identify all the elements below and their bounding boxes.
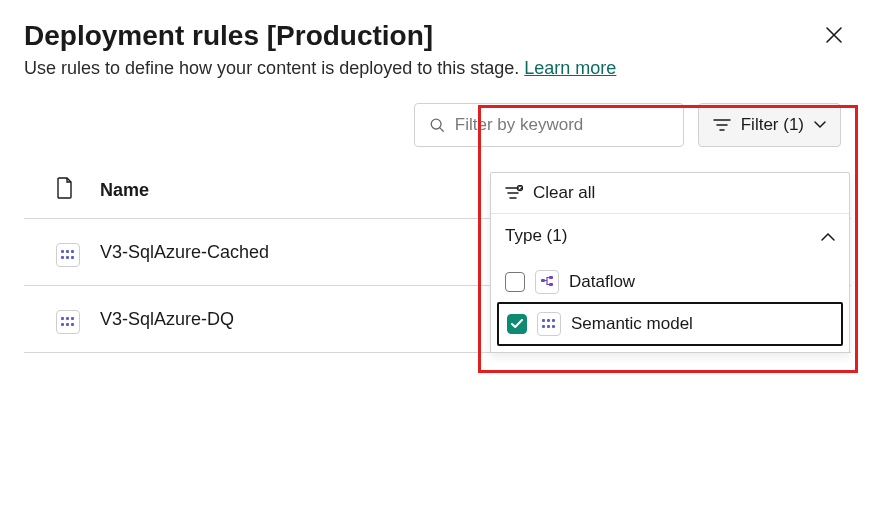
clear-all-button[interactable]: Clear all — [491, 173, 849, 214]
chevron-down-icon — [814, 121, 826, 129]
subtitle-text: Use rules to define how your content is … — [24, 58, 519, 78]
learn-more-link[interactable]: Learn more — [524, 58, 616, 78]
checkbox-checked[interactable] — [507, 314, 527, 334]
search-input[interactable] — [455, 115, 669, 135]
chevron-up-icon — [821, 232, 835, 241]
close-button[interactable] — [817, 20, 851, 54]
document-icon — [56, 177, 74, 199]
filter-section-type[interactable]: Type (1) — [491, 214, 849, 258]
page-title: Deployment rules [Production] — [24, 20, 433, 52]
col-type-header[interactable] — [24, 165, 90, 219]
search-field[interactable] — [414, 103, 684, 147]
filter-option-dataflow[interactable]: Dataflow — [497, 262, 843, 302]
svg-line-1 — [440, 128, 443, 131]
filter-option-label: Dataflow — [569, 272, 635, 292]
page-subtitle: Use rules to define how your content is … — [24, 58, 851, 79]
semantic-model-icon — [537, 312, 561, 336]
svg-rect-11 — [549, 283, 553, 286]
filter-option-semantic-model[interactable]: Semantic model — [497, 302, 843, 346]
toolbar: Filter (1) — [24, 103, 851, 147]
filter-icon — [713, 118, 731, 132]
filter-section-label: Type (1) — [505, 226, 567, 246]
svg-rect-9 — [541, 279, 545, 282]
close-icon — [825, 26, 843, 44]
search-icon — [429, 116, 445, 134]
filter-dropdown: Clear all Type (1) Dataflow Semantic mod… — [490, 172, 850, 353]
filter-option-label: Semantic model — [571, 314, 693, 334]
filter-button[interactable]: Filter (1) — [698, 103, 841, 147]
checkbox-unchecked[interactable] — [505, 272, 525, 292]
semantic-model-icon — [56, 243, 80, 267]
filter-button-label: Filter (1) — [741, 115, 804, 135]
clear-all-label: Clear all — [533, 183, 595, 203]
svg-rect-10 — [549, 276, 553, 279]
dataflow-icon — [535, 270, 559, 294]
clear-filter-icon — [505, 185, 523, 201]
semantic-model-icon — [56, 310, 80, 334]
